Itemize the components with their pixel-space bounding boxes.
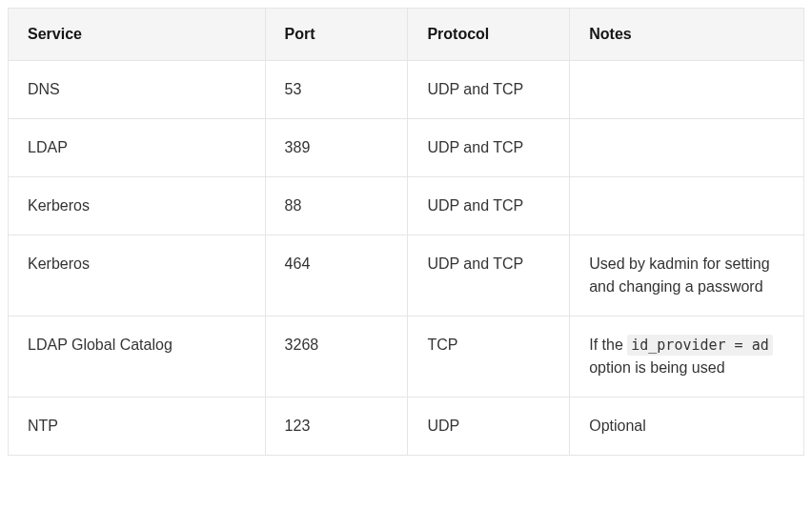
col-header-protocol: Protocol bbox=[408, 9, 570, 61]
cell-protocol: UDP and TCP bbox=[408, 61, 570, 119]
cell-port: 88 bbox=[265, 177, 408, 235]
cell-notes: If the id_provider = ad option is being … bbox=[570, 316, 804, 398]
col-header-notes: Notes bbox=[570, 9, 804, 61]
notes-prefix: If the bbox=[589, 337, 627, 353]
table-header-row: Service Port Protocol Notes bbox=[9, 9, 804, 61]
cell-notes: Used by kadmin for setting and changing … bbox=[570, 235, 804, 316]
cell-service: NTP bbox=[9, 398, 266, 456]
cell-protocol: TCP bbox=[408, 316, 570, 398]
cell-protocol: UDP and TCP bbox=[408, 119, 570, 177]
table-row: NTP 123 UDP Optional bbox=[9, 398, 804, 456]
col-header-service: Service bbox=[9, 9, 266, 61]
cell-port: 123 bbox=[265, 398, 408, 456]
cell-notes bbox=[570, 177, 804, 235]
ports-table: Service Port Protocol Notes DNS 53 UDP a… bbox=[8, 8, 804, 456]
cell-port: 3268 bbox=[265, 316, 408, 398]
cell-protocol: UDP bbox=[408, 398, 570, 456]
cell-port: 389 bbox=[265, 119, 408, 177]
cell-service: Kerberos bbox=[9, 177, 266, 235]
notes-suffix: option is being used bbox=[589, 359, 724, 376]
cell-service: LDAP Global Catalog bbox=[9, 316, 266, 398]
cell-notes bbox=[570, 119, 804, 177]
code-snippet: id_provider = ad bbox=[627, 335, 773, 356]
table-row: Kerberos 464 UDP and TCP Used by kadmin … bbox=[9, 235, 804, 316]
cell-protocol: UDP and TCP bbox=[408, 177, 570, 235]
table-row: LDAP 389 UDP and TCP bbox=[9, 119, 804, 177]
cell-service: DNS bbox=[9, 61, 266, 119]
cell-service: LDAP bbox=[9, 119, 266, 177]
cell-protocol: UDP and TCP bbox=[408, 235, 570, 316]
cell-notes bbox=[570, 61, 804, 119]
cell-notes: Optional bbox=[570, 398, 804, 456]
table-row: Kerberos 88 UDP and TCP bbox=[9, 177, 804, 235]
cell-port: 464 bbox=[265, 235, 408, 316]
cell-port: 53 bbox=[265, 61, 408, 119]
cell-service: Kerberos bbox=[9, 235, 266, 316]
table-row: DNS 53 UDP and TCP bbox=[9, 61, 804, 119]
table-row: LDAP Global Catalog 3268 TCP If the id_p… bbox=[9, 316, 804, 398]
col-header-port: Port bbox=[265, 9, 408, 61]
